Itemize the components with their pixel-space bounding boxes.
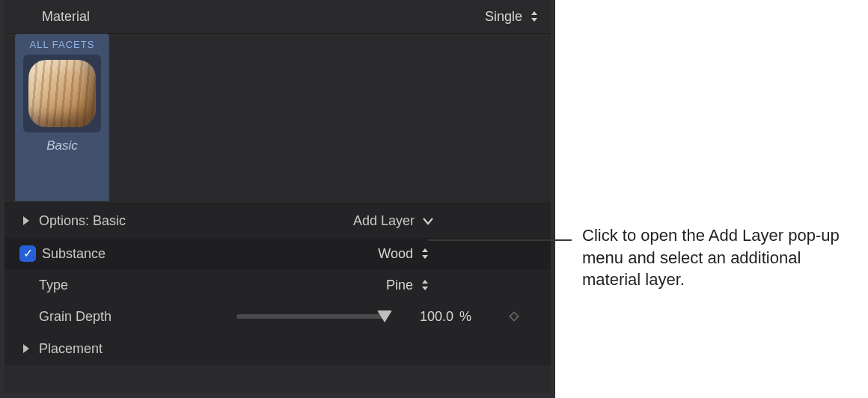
svg-rect-0	[510, 312, 518, 320]
slider-thumb-icon[interactable]	[377, 310, 392, 322]
grain-depth-value[interactable]: 100.0	[395, 309, 453, 325]
facets-strip: ALL FACETS Basic	[4, 33, 551, 203]
type-value: Pine	[386, 278, 413, 293]
grain-depth-row: Grain Depth 100.0 %	[4, 301, 551, 332]
keyframe-diamond-icon[interactable]	[509, 311, 519, 322]
callout-leader-line	[428, 239, 572, 241]
updown-stepper-icon	[421, 247, 430, 260]
material-mode-value: Single	[485, 9, 522, 25]
disclosure-icon[interactable]	[19, 343, 31, 354]
material-label: Material	[42, 9, 90, 25]
grain-depth-label: Grain Depth	[39, 309, 111, 325]
chevron-down-icon	[422, 216, 434, 225]
grain-depth-control-group: 100.0 %	[236, 309, 539, 325]
checkmark-icon: ✓	[23, 248, 33, 260]
disclosure-icon[interactable]	[19, 215, 31, 226]
callout-text: Click to open the Add Layer pop-up menu …	[582, 224, 852, 291]
material-swatch-name: Basic	[46, 138, 78, 153]
placement-row: Placement	[4, 332, 551, 365]
facet-card-all[interactable]: ALL FACETS Basic	[15, 34, 109, 201]
inspector-panel-wrap: Material Single ALL FACETS Basic	[0, 0, 555, 398]
material-inspector-panel: Material Single ALL FACETS Basic	[4, 0, 551, 394]
options-row: Options: Basic Add Layer	[4, 203, 551, 238]
material-swatch-slot	[23, 55, 101, 132]
options-label: Options: Basic	[39, 213, 126, 229]
type-value-popup[interactable]: Pine	[386, 278, 539, 293]
type-row: Type Pine	[4, 269, 551, 301]
material-swatch-wood	[28, 60, 96, 127]
substance-checkbox[interactable]: ✓	[19, 245, 36, 262]
substance-value-popup[interactable]: Wood	[378, 246, 539, 262]
material-header-row: Material Single	[4, 0, 551, 33]
substance-label: Substance	[42, 246, 106, 262]
updown-stepper-icon	[421, 278, 430, 292]
placement-label: Placement	[39, 341, 103, 357]
grain-depth-slider[interactable]	[236, 314, 385, 319]
material-mode-popup[interactable]: Single	[485, 9, 539, 25]
substance-row: ✓ Substance Wood	[4, 238, 551, 269]
facet-title: ALL FACETS	[30, 39, 95, 50]
updown-stepper-icon	[530, 10, 539, 23]
grain-depth-unit: %	[459, 309, 471, 325]
type-label: Type	[39, 278, 68, 293]
add-layer-label: Add Layer	[353, 213, 415, 229]
add-layer-popup[interactable]: Add Layer	[353, 213, 539, 229]
callout-area: Click to open the Add Layer pop-up menu …	[555, 0, 868, 398]
substance-value: Wood	[378, 246, 413, 262]
